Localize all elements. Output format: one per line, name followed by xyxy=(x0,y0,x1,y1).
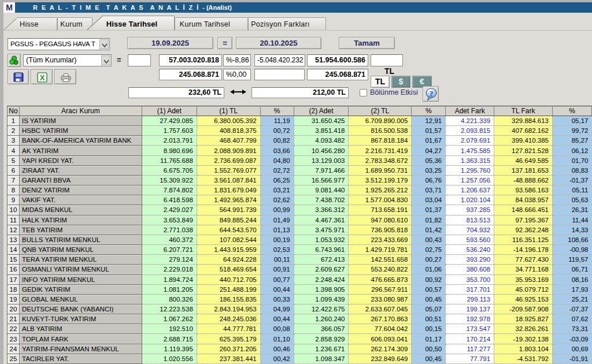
svg-text:?: ? xyxy=(430,89,434,98)
svg-text:X: X xyxy=(40,73,45,82)
